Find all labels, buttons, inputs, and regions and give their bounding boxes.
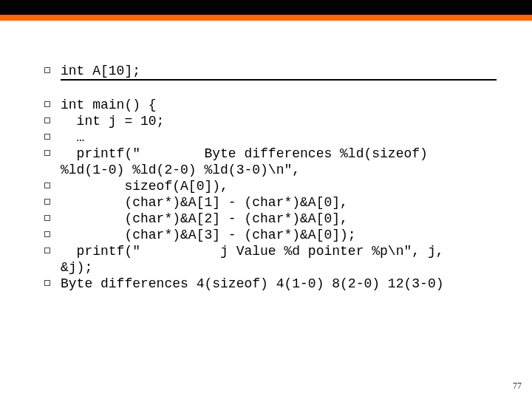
code-line: Byte differences 4(sizeof) 4(1-0) 8(2-0)… bbox=[44, 276, 502, 292]
bullet-icon bbox=[44, 215, 50, 221]
code-text: (char*)&A[2] - (char*)&A[0], bbox=[61, 211, 348, 227]
bullet-icon bbox=[44, 67, 50, 73]
code-text: int A[10]; bbox=[61, 63, 497, 81]
code-line: int main() { bbox=[44, 97, 502, 113]
code-text: int main() { bbox=[61, 97, 157, 113]
bullet-icon bbox=[44, 280, 50, 286]
bullet-icon bbox=[44, 117, 50, 123]
bullet-icon bbox=[44, 248, 50, 253]
bullet-icon bbox=[44, 199, 50, 205]
code-text: (char*)&A[3] - (char*)&A[0]); bbox=[61, 227, 356, 243]
bullet-icon bbox=[44, 183, 50, 188]
code-text: &j); bbox=[61, 260, 92, 275]
page-number: 77 bbox=[513, 381, 522, 392]
code-block: int A[10]; int main() { int j = 10; … pr… bbox=[44, 63, 502, 292]
top-black-bar bbox=[0, 0, 532, 15]
code-text: sizeof(A[0]), bbox=[61, 178, 228, 194]
bullet-icon bbox=[44, 231, 50, 237]
code-text-wrap: printf(" j Value %d pointer %p\n", j, &j… bbox=[61, 243, 443, 276]
code-line: printf(" j Value %d pointer %p\n", j, &j… bbox=[44, 243, 502, 276]
code-text-wrap: printf(" Byte differences %ld(sizeof) %l… bbox=[61, 146, 428, 178]
code-text: (char*)&A[1] - (char*)&A[0], bbox=[61, 194, 348, 211]
code-line: (char*)&A[2] - (char*)&A[0], bbox=[44, 211, 502, 227]
code-line: sizeof(A[0]), bbox=[44, 178, 502, 194]
bullet-icon bbox=[44, 150, 50, 156]
code-text: %ld(1-0) %ld(2-0) %ld(3-0)\n", bbox=[61, 163, 300, 177]
code-line: (char*)&A[1] - (char*)&A[0], bbox=[44, 194, 502, 211]
code-line: … bbox=[44, 129, 502, 146]
code-text: … bbox=[61, 129, 84, 146]
bullet-icon bbox=[44, 101, 50, 107]
code-line: printf(" Byte differences %ld(sizeof) %l… bbox=[44, 146, 502, 178]
bullet-icon bbox=[44, 134, 50, 140]
slide: int A[10]; int main() { int j = 10; … pr… bbox=[0, 0, 532, 399]
code-line: int A[10]; bbox=[44, 63, 502, 81]
code-line: int j = 10; bbox=[44, 113, 502, 129]
code-line: (char*)&A[3] - (char*)&A[0]); bbox=[44, 227, 502, 243]
top-orange-bar bbox=[0, 15, 532, 21]
code-text: printf(" Byte differences %ld(sizeof) bbox=[61, 146, 428, 161]
code-text: int j = 10; bbox=[61, 113, 164, 129]
code-text: printf(" j Value %d pointer %p\n", j, bbox=[61, 244, 443, 259]
code-text: Byte differences 4(sizeof) 4(1-0) 8(2-0)… bbox=[61, 276, 443, 292]
